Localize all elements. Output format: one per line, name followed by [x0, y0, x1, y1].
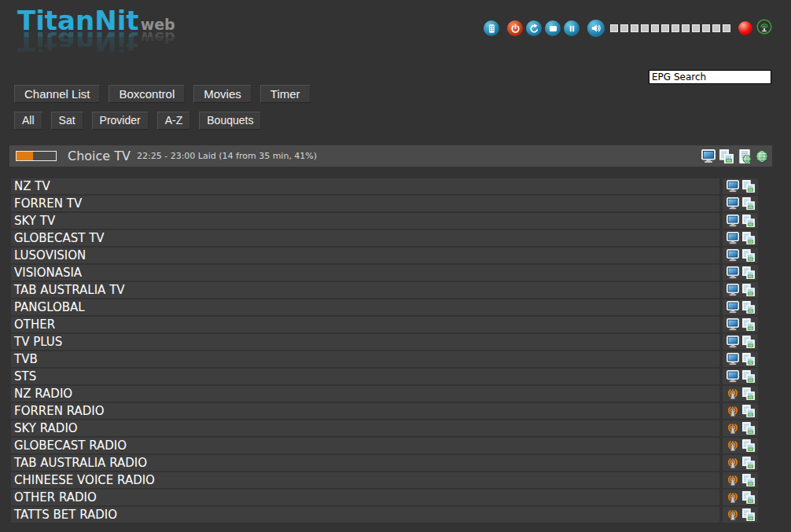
filter-az-button[interactable]: A-Z [157, 112, 191, 130]
volume-square[interactable] [661, 24, 669, 32]
channel-name[interactable]: OTHER [11, 317, 719, 332]
web-icon[interactable] [756, 150, 768, 163]
tv-icon[interactable] [701, 149, 716, 163]
filter-bouquets-button[interactable]: Bouquets [199, 112, 261, 130]
epg-copy-icon[interactable] [742, 301, 755, 314]
power-button[interactable] [507, 20, 523, 36]
channel-row: STS [11, 369, 758, 384]
app-logo-reflection: TitanNitweb [17, 27, 175, 56]
epg-copy-icon[interactable] [742, 215, 755, 227]
channel-row: TAB AUSTRALIA TV [11, 282, 758, 298]
epg-copy-icon[interactable] [742, 370, 755, 383]
epg-copy-icon[interactable] [742, 284, 755, 296]
titannit-webif: TitanNitweb TitanNitweb [0, 0, 791, 532]
remote-control-button[interactable] [484, 20, 499, 36]
radio-icon[interactable] [727, 387, 739, 400]
channel-row: CHINEESE VOICE RADIO [11, 472, 758, 488]
epg-copy-icon[interactable] [742, 336, 755, 348]
radio-icon[interactable] [727, 474, 739, 486]
tv-icon[interactable] [727, 336, 739, 348]
tv-icon[interactable] [727, 215, 739, 227]
epg-copy-icon[interactable] [742, 180, 755, 193]
volume-square[interactable] [723, 24, 730, 32]
channel-name[interactable]: STS [11, 369, 719, 384]
filter-provider-button[interactable]: Provider [92, 112, 149, 130]
tv-icon[interactable] [727, 232, 739, 244]
nav-timer-button[interactable]: Timer [260, 85, 311, 103]
channel-name[interactable]: TAB AUSTRALIA TV [11, 282, 719, 298]
volume-button[interactable] [587, 20, 605, 37]
epg-copy-icon[interactable] [742, 405, 755, 417]
channel-name[interactable]: FORREN RADIO [11, 403, 719, 419]
epg-copy-icon[interactable] [742, 457, 755, 469]
channel-filters: All Sat Provider A-Z Bouquets [14, 112, 261, 130]
nav-movies-button[interactable]: Movies [193, 85, 252, 103]
restart-button[interactable] [526, 20, 542, 36]
channel-name[interactable]: CHINEESE VOICE RADIO [11, 472, 719, 488]
channel-name[interactable]: SKY RADIO [11, 420, 719, 436]
tv-icon[interactable] [727, 180, 739, 193]
channel-name[interactable]: SKY TV [11, 213, 719, 229]
radio-icon[interactable] [727, 457, 739, 469]
volume-square[interactable] [651, 24, 659, 32]
volume-square[interactable] [692, 24, 700, 32]
filter-all-button[interactable]: All [14, 112, 42, 130]
tv-icon[interactable] [727, 370, 739, 383]
channel-name[interactable]: TVB [11, 351, 719, 367]
channel-name[interactable]: GLOBECAST TV [11, 230, 719, 246]
channel-name[interactable]: TATTS BET RADIO [11, 507, 719, 523]
screen-button[interactable] [545, 20, 561, 36]
radio-icon[interactable] [727, 439, 739, 452]
filter-sat-button[interactable]: Sat [51, 112, 83, 130]
nav-boxcontrol-button[interactable]: Boxcontrol [109, 85, 185, 103]
channel-name[interactable]: PANGLOBAL [11, 299, 719, 315]
epg-copy-icon[interactable] [742, 249, 755, 262]
channel-name[interactable]: NZ RADIO [11, 386, 719, 402]
channel-name[interactable]: TAB AUSTRALIA RADIO [11, 455, 719, 471]
radio-icon[interactable] [727, 405, 739, 417]
stream-page-icon[interactable] [738, 149, 752, 163]
epg-copy-icon[interactable] [742, 422, 755, 435]
volume-square[interactable] [712, 24, 720, 32]
epg-copy-icon[interactable] [742, 353, 755, 365]
nav-channel-list-button[interactable]: Channel List [14, 85, 100, 103]
pause-button[interactable] [564, 20, 579, 36]
tv-icon[interactable] [727, 197, 739, 210]
volume-square[interactable] [610, 24, 618, 32]
epg-copy-icon[interactable] [742, 266, 755, 279]
channel-name[interactable]: OTHER RADIO [11, 490, 719, 505]
epg-copy-icon[interactable] [719, 149, 734, 163]
radio-icon[interactable] [727, 491, 739, 504]
volume-square[interactable] [671, 24, 679, 32]
volume-square[interactable] [620, 24, 628, 32]
volume-square[interactable] [641, 24, 649, 32]
epg-search-input[interactable] [649, 70, 771, 84]
volume-square[interactable] [682, 24, 690, 32]
epg-copy-icon[interactable] [742, 491, 755, 504]
channel-name[interactable]: VISIONASIA [11, 265, 719, 281]
channel-name[interactable]: LUSOVISION [11, 248, 719, 263]
channel-name[interactable]: GLOBECAST RADIO [11, 438, 719, 453]
tv-icon[interactable] [727, 266, 739, 279]
epg-copy-icon[interactable] [742, 508, 755, 521]
signal-icon[interactable] [756, 19, 772, 38]
tv-icon[interactable] [727, 318, 739, 331]
radio-icon[interactable] [727, 508, 739, 521]
volume-square[interactable] [702, 24, 710, 32]
radio-icon[interactable] [727, 422, 739, 435]
epg-copy-icon[interactable] [742, 232, 755, 244]
epg-copy-icon[interactable] [742, 387, 755, 400]
channel-name[interactable]: FORREN TV [11, 196, 719, 211]
tv-icon[interactable] [727, 249, 739, 262]
volume-square[interactable] [631, 24, 638, 32]
epg-copy-icon[interactable] [742, 318, 755, 331]
channel-name[interactable]: NZ TV [11, 178, 719, 194]
tv-icon[interactable] [727, 353, 739, 365]
tv-icon[interactable] [727, 284, 739, 296]
epg-copy-icon[interactable] [742, 439, 755, 452]
epg-copy-icon[interactable] [742, 197, 755, 210]
channel-name[interactable]: TV PLUS [11, 334, 719, 350]
tv-icon[interactable] [727, 301, 739, 314]
channel-row: NZ RADIO [11, 386, 758, 402]
epg-copy-icon[interactable] [742, 474, 755, 486]
